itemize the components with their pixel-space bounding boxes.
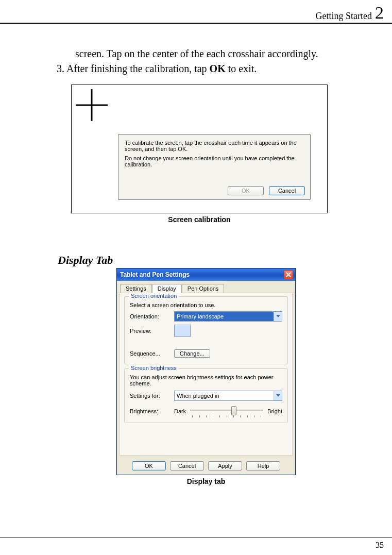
brightness-intro: You can adjust screen brightness setting… [130,374,282,386]
chapter-title: Getting Started [316,11,372,22]
orientation-dropdown[interactable]: Primary landscape [174,311,282,322]
calibration-screenshot: To calibrate the screen, tap the crossha… [71,85,328,213]
brightness-label: Brightness: [130,408,174,414]
titlebar: Tablet and Pen Settings [117,268,295,281]
crosshair-icon [76,89,108,121]
help-button[interactable]: Help [246,461,280,470]
preview-thumbnail [174,325,191,337]
figure-2-wrap: Tablet and Pen Settings Settings Display… [116,268,296,485]
group-title-orientation: Screen orientation [129,293,179,299]
calib-text-2: Do not change your screen orientation un… [125,155,304,167]
calib-text-1: To calibrate the screen, tap the crossha… [125,140,304,152]
tab-display[interactable]: Display [152,284,182,293]
calibration-dialog: To calibrate the screen, tap the crossha… [118,134,311,200]
orientation-value: Primary landscape [177,313,224,319]
body-cont-line: screen. Tap on the center of the each cr… [75,46,377,61]
brightness-dark-label: Dark [174,408,186,414]
figure-2-caption: Display tab [116,477,296,485]
orientation-intro: Select a screen orientation to use. [130,302,282,308]
close-icon[interactable] [284,270,293,279]
chevron-down-icon [274,391,282,400]
orientation-label: Orientation: [130,313,174,319]
slider-thumb[interactable] [231,406,236,415]
tab-strip: Settings Display Pen Options [117,281,295,293]
figure-1-wrap: To calibrate the screen, tap the crossha… [71,85,328,224]
preview-label: Preview: [130,328,174,334]
tab-body: Screen orientation Select a screen orien… [120,293,293,456]
dialog-title: Tablet and Pen Settings [120,271,190,278]
figure-1-caption: Screen calibration [71,215,328,224]
ok-button[interactable]: OK [228,186,264,195]
ok-button[interactable]: OK [132,461,166,470]
step3-suffix: to exit. [226,63,257,74]
section-heading-display-tab: Display Tab [58,254,377,267]
chevron-down-icon [274,312,282,321]
tablet-pen-settings-dialog: Tablet and Pen Settings Settings Display… [116,268,296,475]
settings-for-value: When plugged in [177,393,219,399]
settings-for-label: Settings for: [130,393,174,399]
page-header: Getting Started 2 [0,0,392,24]
group-title-brightness: Screen brightness [129,365,179,371]
brightness-slider[interactable] [190,406,263,416]
chapter-number: 2 [375,4,384,22]
tab-pen-options[interactable]: Pen Options [182,284,225,293]
tab-settings[interactable]: Settings [120,284,152,293]
dialog-button-row: OK Cancel Apply Help [117,458,295,475]
settings-for-dropdown[interactable]: When plugged in [174,391,282,401]
page-number: 35 [376,541,384,549]
step-3: 3. After finishing the calibration, tap … [57,61,377,76]
group-screen-brightness: Screen brightness You can adjust screen … [124,368,288,423]
brightness-bright-label: Bright [267,408,282,414]
change-button[interactable]: Change... [174,349,210,358]
cancel-button[interactable]: Cancel [170,461,204,470]
page-footer: 35 [0,537,392,550]
apply-button[interactable]: Apply [208,461,242,470]
group-screen-orientation: Screen orientation Select a screen orien… [124,296,288,364]
sequence-label: Sequence... [130,350,174,357]
step3-ok: OK [210,63,226,74]
page-content: screen. Tap on the center of the each cr… [57,46,377,485]
step3-prefix: 3. After finishing the calibration, tap [57,63,210,74]
cancel-button[interactable]: Cancel [269,186,305,195]
